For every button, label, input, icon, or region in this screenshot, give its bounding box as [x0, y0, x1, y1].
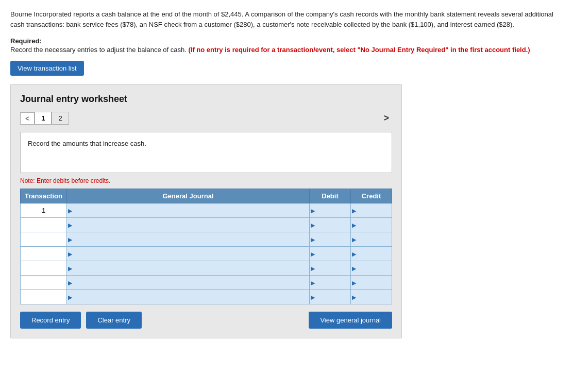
worksheet-title: Journal entry worksheet [20, 94, 392, 105]
credit-input[interactable] [351, 247, 392, 261]
credit-cell[interactable]: ▶ [351, 203, 392, 218]
debit-input[interactable] [310, 290, 350, 304]
problem-text: Bourne Incorporated reports a cash balan… [10, 9, 557, 30]
debit-input[interactable] [310, 247, 350, 261]
general-journal-cell[interactable]: ▶ [67, 290, 310, 304]
col-debit: Debit [310, 189, 351, 203]
general-journal-input[interactable] [67, 218, 309, 232]
transaction-cell [21, 247, 67, 261]
general-journal-cell[interactable]: ▶ [67, 203, 310, 218]
debit-cell[interactable]: ▶ [310, 203, 351, 218]
transaction-cell: 1 [21, 203, 67, 218]
instruction-text: Record the amounts that increase cash. [28, 140, 146, 147]
credit-input[interactable] [351, 290, 392, 304]
page-1-active[interactable]: 1 [35, 112, 52, 125]
credit-cell[interactable]: ▶ [351, 232, 392, 247]
transaction-cell [21, 276, 67, 290]
view-general-journal-button[interactable]: View general journal [309, 312, 392, 329]
note-text: Note: Enter debits before credits. [20, 177, 392, 184]
debit-input[interactable] [310, 232, 350, 246]
general-journal-cell[interactable]: ▶ [67, 218, 310, 232]
debit-input[interactable] [310, 276, 350, 289]
instruction-bold: (If no entry is required for a transacti… [188, 46, 530, 54]
debit-input[interactable] [310, 218, 350, 232]
worksheet-container: Journal entry worksheet < 1 2 > Record t… [10, 84, 402, 338]
instruction-plain: Record the necessary entries to adjust t… [10, 46, 187, 54]
transaction-cell [21, 218, 67, 232]
required-label: Required: [10, 37, 563, 45]
required-section: Required: Record the necessary entries t… [10, 37, 563, 54]
required-instruction: Record the necessary entries to adjust t… [10, 46, 563, 54]
credit-cell[interactable]: ▶ [351, 276, 392, 290]
debit-cell[interactable]: ▶ [310, 276, 351, 290]
transaction-cell [21, 290, 67, 304]
table-row: ▶▶▶ [21, 232, 392, 247]
debit-input[interactable] [310, 203, 350, 217]
debit-cell[interactable]: ▶ [310, 232, 351, 247]
credit-cell[interactable]: ▶ [351, 218, 392, 232]
transaction-cell [21, 261, 67, 276]
next-page-button[interactable]: > [380, 112, 392, 125]
general-journal-input[interactable] [67, 203, 309, 217]
table-row: 1▶▶▶ [21, 203, 392, 218]
credit-cell[interactable]: ▶ [351, 261, 392, 276]
table-row: ▶▶▶ [21, 276, 392, 290]
prev-page-button[interactable]: < [20, 112, 35, 125]
general-journal-cell[interactable]: ▶ [67, 261, 310, 276]
record-entry-button[interactable]: Record entry [20, 312, 81, 329]
general-journal-cell[interactable]: ▶ [67, 247, 310, 261]
instruction-box: Record the amounts that increase cash. [20, 132, 392, 173]
credit-input[interactable] [351, 203, 392, 217]
debit-cell[interactable]: ▶ [310, 247, 351, 261]
credit-input[interactable] [351, 218, 392, 232]
general-journal-input[interactable] [67, 290, 309, 304]
credit-cell[interactable]: ▶ [351, 247, 392, 261]
table-row: ▶▶▶ [21, 261, 392, 276]
general-journal-input[interactable] [67, 276, 309, 289]
action-buttons: Record entry Clear entry View general jo… [20, 312, 392, 329]
debit-cell[interactable]: ▶ [310, 261, 351, 276]
table-row: ▶▶▶ [21, 247, 392, 261]
general-journal-cell[interactable]: ▶ [67, 276, 310, 290]
debit-cell[interactable]: ▶ [310, 290, 351, 304]
credit-cell[interactable]: ▶ [351, 290, 392, 304]
debit-cell[interactable]: ▶ [310, 218, 351, 232]
col-credit: Credit [351, 189, 392, 203]
pagination-row: < 1 2 > [20, 112, 392, 125]
general-journal-input[interactable] [67, 247, 309, 261]
credit-input[interactable] [351, 232, 392, 246]
col-general-journal: General Journal [67, 189, 310, 203]
general-journal-cell[interactable]: ▶ [67, 232, 310, 247]
general-journal-input[interactable] [67, 232, 309, 246]
page-2-inactive[interactable]: 2 [52, 112, 69, 125]
credit-input[interactable] [351, 276, 392, 289]
credit-input[interactable] [351, 261, 392, 275]
view-transaction-button[interactable]: View transaction list [10, 61, 84, 76]
problem-description: Bourne Incorporated reports a cash balan… [10, 10, 553, 28]
table-row: ▶▶▶ [21, 218, 392, 232]
col-transaction: Transaction [21, 189, 67, 203]
table-row: ▶▶▶ [21, 290, 392, 304]
general-journal-input[interactable] [67, 261, 309, 275]
journal-table: Transaction General Journal Debit Credit… [20, 189, 392, 304]
transaction-cell [21, 232, 67, 247]
debit-input[interactable] [310, 261, 350, 275]
clear-entry-button[interactable]: Clear entry [86, 312, 142, 329]
